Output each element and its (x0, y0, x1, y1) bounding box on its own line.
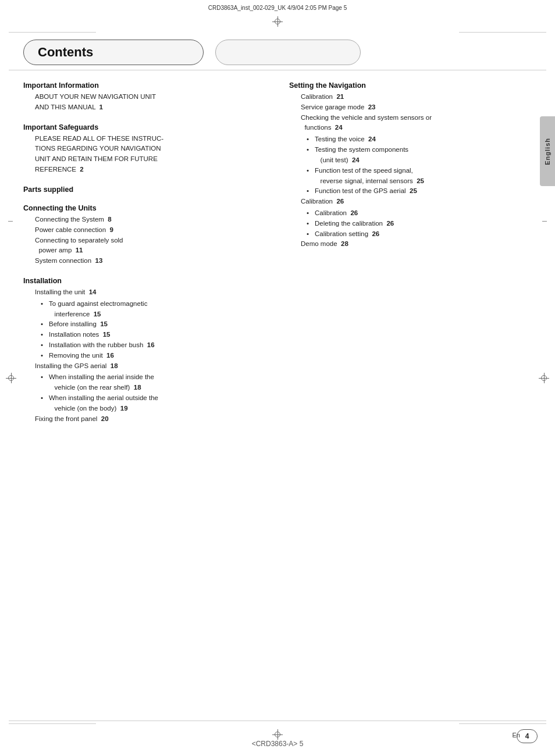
installation-bullets: To guard against electromagnetic interfe… (35, 299, 266, 361)
bullet-aerial-inside: When installing the aerial inside the ve… (41, 372, 266, 393)
english-tab: English (540, 116, 555, 186)
bullet-installation-notes: Installation notes 15 (41, 330, 266, 340)
page-num-26a: 26 (350, 209, 358, 216)
top-crosshair (272, 16, 283, 27)
section-content-installation: Installing the unit 14 To guard against … (23, 287, 266, 425)
bullet-before-installing: Before installing 15 (41, 319, 266, 330)
page-num-24: 24 (335, 124, 343, 131)
item-calibration-26: Calibration 26 (301, 197, 532, 207)
page-num-15b: 15 (100, 320, 108, 327)
top-border-left (9, 32, 96, 33)
item-please-read-4: REFERENCE 2 (35, 165, 266, 175)
page-num-14: 14 (89, 288, 97, 295)
page-num-28: 28 (341, 240, 348, 247)
page-num-16a: 16 (147, 341, 155, 348)
bullet-function-test-speed: Function test of the speed signal, rever… (307, 166, 532, 187)
footer-page-number: 4 (525, 732, 529, 740)
bullet-electromagnetic: To guard against electromagnetic interfe… (41, 299, 266, 320)
section-setting-navigation: Setting the Navigation Calibration 21 Se… (289, 81, 532, 249)
page-num-25b: 25 (410, 187, 417, 194)
calibration-bullets: Calibration 26 Deleting the calibration … (301, 208, 532, 239)
page-num-16b: 16 (106, 352, 114, 359)
section-content-important-information: ABOUT YOUR NEW NAVIGATION UNIT AND THIS … (23, 92, 266, 113)
section-important-safeguards: Important Safeguards PLEASE READ ALL OF … (23, 123, 266, 175)
section-content-connecting: Connecting the System 8 Power cable conn… (23, 215, 266, 266)
section-connecting-units: Connecting the Units Connecting the Syst… (23, 204, 266, 266)
section-title-setting-nav: Setting the Navigation (289, 81, 532, 90)
bottom-crosshair (272, 729, 283, 740)
item-please-read-3: UNIT AND RETAIN THEM FOR FUTURE (35, 154, 266, 165)
section-title-safeguards: Important Safeguards (23, 123, 266, 131)
page-num-15a: 15 (94, 311, 101, 318)
item-connecting-power-amp-2: power amp 11 (35, 245, 266, 256)
page-num-1: 1 (99, 104, 103, 110)
left-crosshair (6, 373, 16, 383)
page-num-26c: 26 (372, 230, 379, 237)
item-fixing-front-panel: Fixing the front panel 20 (35, 414, 266, 425)
bullet-removing-unit: Removing the unit 16 (41, 351, 266, 361)
left-column: Important Information ABOUT YOUR NEW NAV… (23, 81, 266, 435)
bullet-function-test-gps: Function test of the GPS aerial 25 (307, 186, 532, 197)
file-header: CRD3863A_inst_002-029_UK 4/9/04 2:05 PM … (208, 5, 347, 11)
section-installation: Installation Installing the unit 14 To g… (23, 277, 266, 425)
top-border-right (459, 32, 546, 33)
item-system-connection: System connection 13 (35, 256, 266, 266)
page-num-18: 18 (111, 362, 118, 369)
header-right-box (215, 40, 361, 65)
item-please-read: PLEASE READ ALL OF THESE INSTRUC- (35, 134, 266, 144)
right-crosshair (539, 373, 549, 383)
bullet-rubber-bush: Installation with the rubber bush 16 (41, 340, 266, 351)
section-content-safeguards: PLEASE READ ALL OF THESE INSTRUC- TIONS … (23, 134, 266, 175)
page-num-19: 19 (120, 405, 128, 412)
right-column: Setting the Navigation Calibration 21 Se… (289, 81, 532, 435)
item-checking-vehicle: Checking the vehicle and system sensors … (301, 113, 532, 123)
item-and-manual: AND THIS MANUAL 1 (35, 102, 266, 113)
bullet-deleting-calibration: Deleting the calibration 26 (307, 219, 532, 229)
page-num-8: 8 (108, 216, 111, 223)
bullet-calibration: Calibration 26 (307, 208, 532, 219)
section-content-setting-nav: Calibration 21 Service garage mode 23 Ch… (289, 92, 532, 249)
navigation-bullets-1: Testing the voice 24 Testing the system … (301, 134, 532, 197)
section-parts-supplied: Parts supplied (23, 186, 266, 194)
bullet-testing-system: Testing the system components (unit test… (307, 145, 532, 166)
footer-separator (9, 721, 546, 721)
item-power-cable: Power cable connection 9 (35, 225, 266, 236)
page-num-26b: 26 (386, 220, 394, 227)
page-num-9: 9 (110, 226, 113, 233)
page-num-23: 23 (368, 104, 376, 110)
bullet-calibration-setting: Calibration setting 26 (307, 229, 532, 240)
item-connecting-power-amp: Connecting to separately sold (35, 236, 266, 246)
item-installing-gps: Installing the GPS aerial 18 (35, 361, 266, 372)
header-separator (9, 70, 546, 70)
bottom-border-left (9, 723, 96, 724)
page-num-13: 13 (95, 257, 103, 264)
page-num-20: 20 (101, 415, 109, 422)
section-title-important-information: Important Information (23, 81, 266, 90)
page-num-11: 11 (76, 247, 83, 254)
section-title-parts: Parts supplied (23, 186, 266, 194)
footer-bottom-text: <CRD3863-A> 5 (252, 740, 304, 748)
section-title-installation: Installation (23, 277, 266, 285)
bullet-testing-voice: Testing the voice 24 (307, 134, 532, 145)
page-num-2: 2 (80, 166, 83, 173)
item-connecting-system: Connecting the System 8 (35, 215, 266, 225)
page-num-15c: 15 (103, 331, 111, 338)
section-important-information: Important Information ABOUT YOUR NEW NAV… (23, 81, 266, 113)
right-tick-1 (542, 221, 547, 222)
item-demo-mode: Demo mode 28 (301, 239, 532, 249)
main-content: Important Information ABOUT YOUR NEW NAV… (23, 81, 532, 435)
section-title-connecting: Connecting the Units (23, 204, 266, 212)
page-num-18b: 18 (134, 384, 141, 391)
page-num-24b: 24 (352, 156, 360, 163)
item-checking-vehicle-2: functions 24 (301, 123, 532, 133)
page-num-25a: 25 (417, 177, 424, 184)
english-tab-label: English (544, 138, 551, 165)
contents-title: Contents (38, 45, 93, 60)
contents-header-box: Contents (23, 40, 204, 65)
left-tick-1 (8, 221, 13, 222)
footer-page-box: 4 (517, 729, 538, 743)
item-please-read-2: TIONS REGARDING YOUR NAVIGATION (35, 144, 266, 154)
item-service-garage: Service garage mode 23 (301, 102, 532, 113)
item-about-navigation: ABOUT YOUR NEW NAVIGATION UNIT (35, 92, 266, 102)
bottom-border-right (459, 723, 546, 724)
